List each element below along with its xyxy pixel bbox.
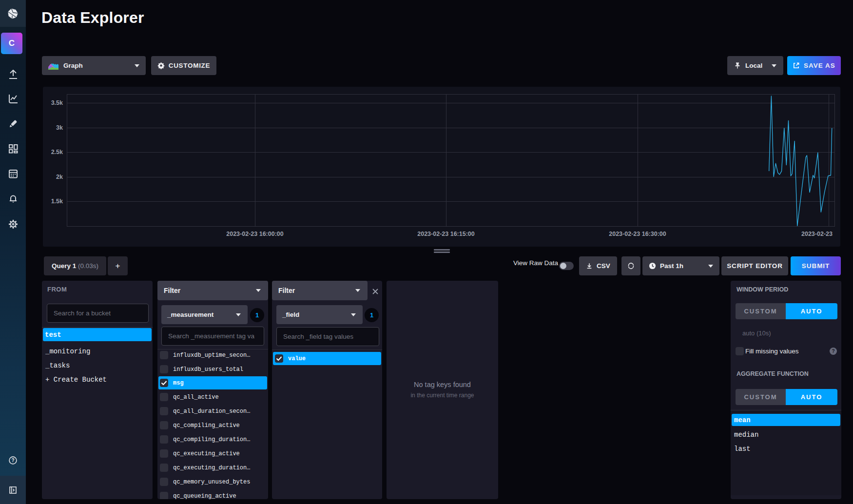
svg-text:2.5k: 2.5k [51, 149, 63, 155]
svg-text:2023-02-23 16:00:00: 2023-02-23 16:00:00 [226, 231, 283, 237]
svg-text:2023-02-23: 2023-02-23 [801, 231, 833, 237]
svg-text:1.5k: 1.5k [51, 198, 63, 205]
svg-text:2023-02-23 16:30:00: 2023-02-23 16:30:00 [609, 231, 666, 237]
svg-text:2023-02-23 16:15:00: 2023-02-23 16:15:00 [417, 231, 474, 237]
svg-text:2k: 2k [56, 174, 63, 180]
svg-text:3k: 3k [56, 124, 63, 131]
svg-text:?: ? [11, 458, 14, 463]
svg-text:3.5k: 3.5k [51, 99, 63, 106]
